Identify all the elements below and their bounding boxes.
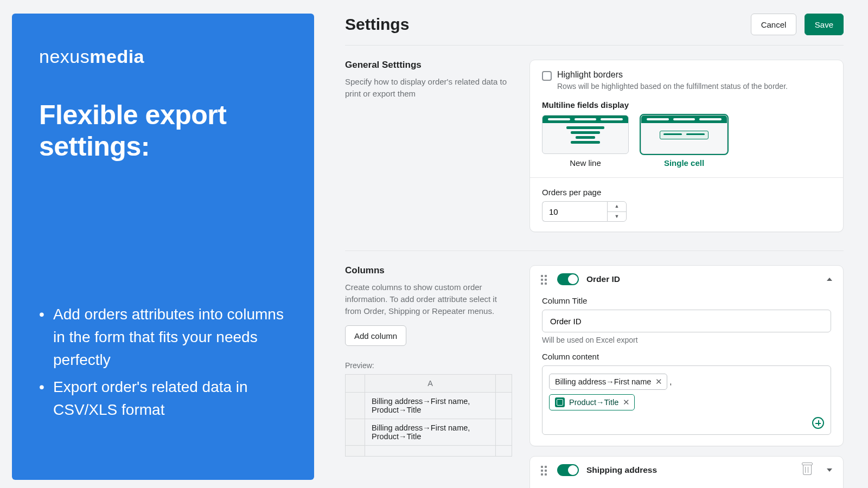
- multiline-heading: Multiline fields display: [542, 100, 831, 110]
- option-new-line[interactable]: New line: [542, 115, 629, 168]
- preview-label: Preview:: [345, 361, 508, 370]
- column-title-input[interactable]: [542, 310, 831, 332]
- brand-bold: media: [90, 46, 144, 67]
- column-enabled-toggle[interactable]: [557, 273, 579, 285]
- promo-bullets: Add orders attributes into columns in th…: [39, 303, 287, 421]
- columns-desc: Create columns to show custom order info…: [345, 281, 508, 317]
- drag-handle-icon[interactable]: [541, 466, 550, 474]
- page-title: Settings: [345, 15, 409, 34]
- collapse-icon[interactable]: [827, 278, 832, 281]
- app-header: Settings Cancel Save: [345, 14, 844, 46]
- brand-logo: nexusmedia: [39, 46, 287, 67]
- highlight-borders-desc: Rows will be highlighted based on the fu…: [557, 82, 788, 91]
- preview-cell: Billing address→First name, Product→Titl…: [365, 393, 496, 419]
- general-heading: General Setttings: [345, 60, 508, 70]
- chip-label: Billing address→First name: [555, 377, 651, 386]
- highlight-borders-label: Highlight borders: [557, 70, 788, 80]
- columns-heading: Columns: [345, 265, 508, 276]
- drag-handle-icon[interactable]: [541, 275, 550, 284]
- orders-per-page-stepper[interactable]: ▲ ▼: [542, 201, 627, 222]
- brand-light: nexus: [39, 46, 90, 67]
- promo-headline: Flexible export settings:: [39, 100, 287, 162]
- general-card: Highlight borders Rows will be highlight…: [529, 60, 844, 232]
- separator-comma: ,: [669, 377, 672, 386]
- chip-billing-first-name[interactable]: Billing address→First name ✕: [549, 374, 667, 390]
- add-attribute-button[interactable]: [812, 417, 824, 429]
- stepper-down-button[interactable]: ▼: [608, 212, 626, 222]
- cancel-button[interactable]: Cancel: [751, 14, 797, 35]
- chip-product-title[interactable]: Product→Title ✕: [549, 394, 635, 410]
- preview-cell: Billing address→First name, Product→Titl…: [365, 419, 496, 446]
- add-column-button[interactable]: Add column: [345, 325, 406, 346]
- column-content-box[interactable]: Billing address→First name ✕ , Product→T…: [542, 365, 831, 435]
- option-new-line-label: New line: [542, 158, 629, 168]
- expand-icon[interactable]: [827, 468, 832, 472]
- promo-bullet: Export order's related data in CSV/XLS f…: [39, 376, 287, 421]
- promo-bullet: Add orders attributes into columns in th…: [39, 303, 287, 371]
- delete-column-icon[interactable]: [803, 465, 812, 475]
- column-title-label: Column Title: [542, 296, 831, 305]
- option-single-cell-label: Single cell: [641, 158, 727, 168]
- preview-table: A Billing address→First name, Product→Ti…: [345, 374, 512, 457]
- option-single-cell[interactable]: Single cell: [641, 115, 727, 168]
- column-card-order-id: Order ID Column Title Will be used on Ex…: [529, 265, 844, 446]
- orders-per-page-input[interactable]: [542, 201, 607, 222]
- repeater-icon: [555, 397, 565, 407]
- column-title: Shipping address: [586, 465, 795, 475]
- preview-col-header: A: [365, 375, 496, 393]
- stepper-up-button[interactable]: ▲: [608, 202, 626, 212]
- general-desc: Specify how to display order's related d…: [345, 76, 508, 100]
- settings-app: Settings Cancel Save General Setttings S…: [345, 14, 844, 488]
- header-actions: Cancel Save: [751, 14, 844, 35]
- section-general: General Setttings Specify how to display…: [345, 46, 844, 232]
- chip-remove-icon[interactable]: ✕: [655, 377, 662, 387]
- save-button[interactable]: Save: [805, 14, 844, 35]
- highlight-borders-checkbox[interactable]: [542, 71, 552, 81]
- column-card-shipping-address: Shipping address: [529, 456, 844, 488]
- column-title: Order ID: [586, 274, 819, 284]
- promo-panel: nexusmedia Flexible export settings: Add…: [12, 14, 314, 480]
- column-enabled-toggle[interactable]: [557, 464, 579, 476]
- chip-label: Product→Title: [569, 398, 618, 407]
- orders-per-page-label: Orders per page: [542, 188, 831, 197]
- chip-remove-icon[interactable]: ✕: [623, 397, 630, 407]
- column-content-label: Column content: [542, 352, 831, 361]
- section-columns: Columns Create columns to show custom or…: [345, 251, 844, 488]
- column-title-hint: Will be used on Excel export: [542, 336, 831, 344]
